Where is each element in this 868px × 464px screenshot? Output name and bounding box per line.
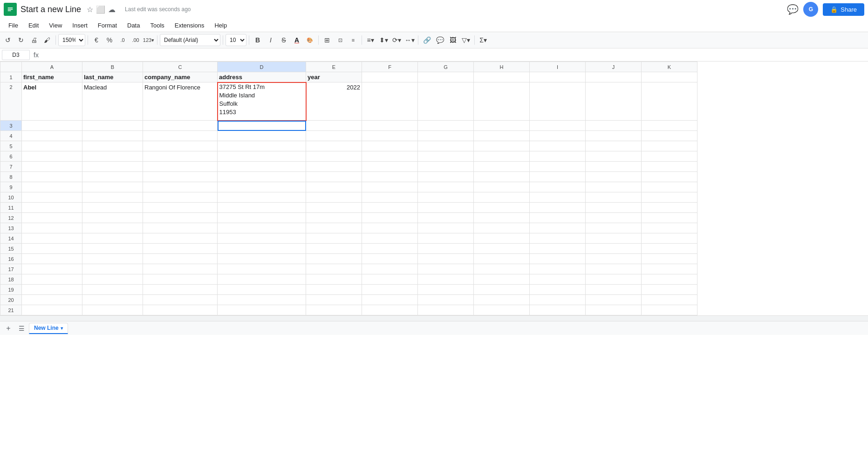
menu-edit[interactable]: Edit xyxy=(24,21,43,30)
row-header-20[interactable]: 20 xyxy=(0,295,22,305)
cell-i2[interactable] xyxy=(530,82,586,121)
menu-format[interactable]: Format xyxy=(93,21,122,30)
cell-f2[interactable] xyxy=(362,82,418,121)
text-color-button[interactable]: A xyxy=(291,34,303,46)
row-header-5[interactable]: 5 xyxy=(0,141,22,151)
row-header-6[interactable]: 6 xyxy=(0,151,22,162)
col-header-k[interactable]: K xyxy=(642,62,697,72)
col-header-i[interactable]: I xyxy=(530,62,586,72)
cell-k3[interactable] xyxy=(642,121,697,131)
cell-i1[interactable] xyxy=(530,72,586,82)
merge-cells-button[interactable]: ⊡ xyxy=(334,34,346,46)
col-header-a[interactable]: A xyxy=(22,62,82,72)
row-header-16[interactable]: 16 xyxy=(0,254,22,264)
row-header-13[interactable]: 13 xyxy=(0,223,22,233)
cell-e1[interactable]: year xyxy=(306,72,362,82)
cell-h3[interactable] xyxy=(474,121,530,131)
cell-a3[interactable] xyxy=(22,121,82,131)
row-header-11[interactable]: 11 xyxy=(0,203,22,213)
cell-g1[interactable] xyxy=(418,72,474,82)
col-header-c[interactable]: C xyxy=(143,62,218,72)
grid-wrapper[interactable]: A B C D E F G H I J K 1 first_name xyxy=(0,61,868,315)
font-family-select[interactable]: Default (Arial) Arial Times New Roman xyxy=(160,34,220,46)
cell-h2[interactable] xyxy=(474,82,530,121)
menu-view[interactable]: View xyxy=(44,21,67,30)
formula-input[interactable] xyxy=(42,50,866,60)
cell-c1[interactable]: company_name xyxy=(143,72,218,82)
col-header-h[interactable]: H xyxy=(474,62,530,72)
col-header-e[interactable]: E xyxy=(306,62,362,72)
row-header-10[interactable]: 10 xyxy=(0,192,22,203)
cell-f1[interactable] xyxy=(362,72,418,82)
menu-extensions[interactable]: Extensions xyxy=(170,21,209,30)
comment-icon[interactable]: 💬 xyxy=(787,4,799,15)
row-header-4[interactable]: 4 xyxy=(0,131,22,141)
cell-j1[interactable] xyxy=(586,72,642,82)
decimal-increase-button[interactable]: .00 xyxy=(130,34,142,46)
paint-format-button[interactable]: 🖌 xyxy=(41,34,53,46)
col-header-d[interactable]: D xyxy=(218,62,306,72)
row-header-12[interactable]: 12 xyxy=(0,213,22,223)
undo-button[interactable]: ↺ xyxy=(2,34,14,46)
currency-button[interactable]: € xyxy=(90,34,103,46)
comment-insert-button[interactable]: 💬 xyxy=(434,34,446,46)
menu-file[interactable]: File xyxy=(4,21,23,30)
row-header-14[interactable]: 14 xyxy=(0,233,22,244)
menu-insert[interactable]: Insert xyxy=(68,21,92,30)
col-header-f[interactable]: F xyxy=(362,62,418,72)
row-header-17[interactable]: 17 xyxy=(0,264,22,274)
cell-j2[interactable] xyxy=(586,82,642,121)
cell-d2[interactable]: 37275 St Rt 17m Middle Island Suffolk 11… xyxy=(218,82,306,121)
col-header-g[interactable]: G xyxy=(418,62,474,72)
v-align-button[interactable]: ⬍▾ xyxy=(377,34,390,46)
cell-b1[interactable]: last_name xyxy=(82,72,143,82)
cell-a1[interactable]: first_name xyxy=(22,72,82,82)
cell-a2[interactable]: Abel xyxy=(22,82,82,121)
zoom-select[interactable]: 150% 100% 75% xyxy=(58,34,85,46)
cell-i3[interactable] xyxy=(530,121,586,131)
filter-button[interactable]: ▽▾ xyxy=(460,34,472,46)
cell-c3[interactable] xyxy=(143,121,218,131)
cell-e3[interactable] xyxy=(306,121,362,131)
borders-button[interactable]: ⊞ xyxy=(321,34,333,46)
cell-g3[interactable] xyxy=(418,121,474,131)
row-header-7[interactable]: 7 xyxy=(0,162,22,172)
row-header-18[interactable]: 18 xyxy=(0,274,22,285)
wrap-text-button[interactable]: ≡ xyxy=(347,34,359,46)
add-sheet-button[interactable]: + xyxy=(3,323,14,334)
cell-h1[interactable] xyxy=(474,72,530,82)
redo-button[interactable]: ↻ xyxy=(15,34,27,46)
h-align-button[interactable]: ≡▾ xyxy=(364,34,376,46)
percent-button[interactable]: % xyxy=(103,34,116,46)
share-button[interactable]: 🔒 Share xyxy=(823,3,864,16)
cloud-icon[interactable]: ☁ xyxy=(108,5,116,14)
row-header-8[interactable]: 8 xyxy=(0,172,22,182)
col-header-j[interactable]: J xyxy=(586,62,642,72)
row-header-15[interactable]: 15 xyxy=(0,244,22,254)
menu-data[interactable]: Data xyxy=(123,21,144,30)
row-header-21[interactable]: 21 xyxy=(0,305,22,315)
doc-title[interactable]: Start a new Line xyxy=(21,5,81,14)
user-avatar[interactable]: G xyxy=(803,2,818,17)
cell-c2[interactable]: Rangoni Of Florence xyxy=(143,82,218,121)
cell-j3[interactable] xyxy=(586,121,642,131)
tab-dropdown-icon[interactable]: ▾ xyxy=(61,326,63,331)
italic-button[interactable]: I xyxy=(265,34,277,46)
horizontal-scrollbar[interactable] xyxy=(0,315,868,321)
row-header-2[interactable]: 2 xyxy=(0,82,22,121)
star-icon[interactable]: ☆ xyxy=(87,5,93,14)
cell-reference-box[interactable] xyxy=(2,50,30,60)
text-rotate-button[interactable]: ⟳▾ xyxy=(390,34,403,46)
cell-e2[interactable]: 2022 xyxy=(306,82,362,121)
folder-icon[interactable]: ⬜ xyxy=(96,5,105,14)
highlight-color-button[interactable]: 🎨 xyxy=(304,34,316,46)
cell-b2[interactable]: Maclead xyxy=(82,82,143,121)
sheet-list-button[interactable]: ☰ xyxy=(16,323,27,334)
sheet-tab-new-line[interactable]: New Line ▾ xyxy=(29,323,68,334)
row-header-19[interactable]: 19 xyxy=(0,285,22,295)
cell-g2[interactable] xyxy=(418,82,474,121)
menu-tools[interactable]: Tools xyxy=(145,21,169,30)
print-button[interactable]: 🖨 xyxy=(28,34,40,46)
strikethrough-button[interactable]: S xyxy=(278,34,290,46)
cell-d3[interactable] xyxy=(218,121,306,131)
